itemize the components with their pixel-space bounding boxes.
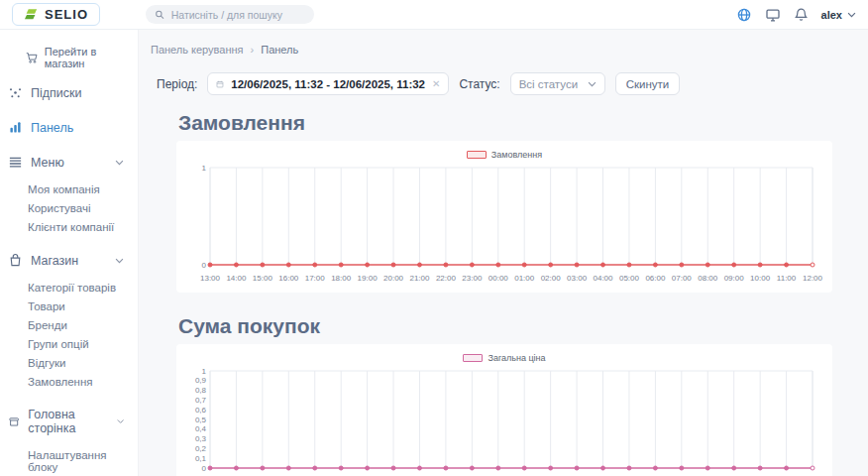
svg-text:00:00: 00:00 (488, 274, 509, 283)
svg-text:05:00: 05:00 (619, 274, 640, 283)
svg-text:01:00: 01:00 (514, 274, 535, 283)
sidebar-subitem-products[interactable]: Товари (28, 297, 138, 315)
chevron-down-icon (117, 418, 124, 424)
svg-text:0,6: 0,6 (195, 406, 207, 415)
svg-text:19:00: 19:00 (358, 274, 379, 283)
breadcrumb-current: Панель (261, 44, 298, 56)
purchases-section-title: Сума покупок (178, 314, 868, 338)
period-input[interactable]: 12/06/2025, 11:32 - 12/06/2025, 11:32 ✕ (207, 72, 449, 95)
svg-text:0,3: 0,3 (195, 434, 207, 443)
svg-text:12:00: 12:00 (803, 274, 823, 283)
legend-swatch (467, 151, 487, 159)
purchases-chart-card: Загальна ціна 13:0014:0015:0016:0017:001… (176, 344, 832, 476)
orders-chart-svg: 13:0014:0015:0016:0017:0018:0019:0020:00… (184, 162, 824, 287)
sidebar-subitem-users[interactable]: Користувачі (28, 198, 138, 217)
sidebar-item-label: Підписки (31, 86, 82, 100)
svg-text:0,8: 0,8 (195, 386, 207, 395)
chevron-down-icon (847, 12, 856, 18)
orders-chart-card: Замовлення 13:0014:0015:0016:0017:0018:0… (176, 141, 832, 293)
svg-text:06:00: 06:00 (645, 274, 666, 283)
homepage-sublist: Налаштування блоку Банери Сторінки Новин… (0, 445, 138, 476)
shopping-bag-icon (8, 253, 23, 268)
svg-text:08:00: 08:00 (698, 274, 718, 283)
orders-section-title: Замовлення (178, 111, 868, 135)
svg-text:15:00: 15:00 (253, 274, 273, 283)
clear-period-icon[interactable]: ✕ (432, 78, 440, 89)
sidebar-subitem-product-categories[interactable]: Категорії товарів (28, 278, 138, 297)
status-label: Статус: (459, 77, 499, 91)
sidebar-item-subscriptions[interactable]: Підписки (0, 75, 138, 110)
svg-text:20:00: 20:00 (383, 274, 404, 283)
svg-text:0,2: 0,2 (195, 444, 207, 453)
svg-text:07:00: 07:00 (672, 274, 693, 283)
sidebar-subitem-block-settings[interactable]: Налаштування блоку (28, 445, 138, 476)
search-icon (155, 9, 165, 21)
sidebar: Перейти в магазин Підписки Панель Меню М… (0, 30, 139, 476)
sidebar-subitem-orders[interactable]: Замовлення (28, 372, 138, 391)
svg-text:0,4: 0,4 (195, 424, 207, 433)
legend-swatch (463, 354, 483, 362)
homepage-icon (8, 415, 20, 429)
svg-text:04:00: 04:00 (594, 274, 614, 283)
menu-icon (8, 155, 23, 170)
selio-logo-icon (24, 7, 39, 22)
monitor-icon[interactable] (765, 7, 781, 23)
legend-label: Загальна ціна (488, 353, 545, 363)
sidebar-subitem-reviews[interactable]: Відгуки (28, 353, 138, 372)
status-value: Всі статуси (519, 78, 578, 90)
sidebar-item-menu[interactable]: Меню (0, 145, 138, 179)
sidebar-store-link[interactable]: Перейти в магазин (0, 36, 138, 75)
svg-text:11:00: 11:00 (777, 274, 797, 283)
svg-text:21:00: 21:00 (409, 274, 430, 283)
breadcrumb-home[interactable]: Панель керування (151, 44, 244, 56)
sidebar-subitem-option-groups[interactable]: Групи опцій (28, 334, 138, 353)
svg-text:23:00: 23:00 (462, 274, 483, 283)
svg-text:18:00: 18:00 (331, 274, 352, 283)
sidebar-subitem-brands[interactable]: Бренди (28, 315, 138, 334)
svg-text:10:00: 10:00 (750, 274, 771, 283)
orders-chart: Замовлення 13:0014:0015:0016:0017:0018:0… (184, 147, 824, 287)
cart-icon (26, 52, 39, 64)
subscriptions-icon (8, 85, 23, 100)
sidebar-subitem-company-clients[interactable]: Клієнти компанії (28, 217, 138, 236)
chevron-down-icon (588, 81, 597, 87)
svg-text:02:00: 02:00 (541, 274, 562, 283)
search-input[interactable] (171, 9, 305, 21)
legend-label: Замовлення (491, 150, 542, 160)
svg-text:17:00: 17:00 (305, 274, 326, 283)
filter-row: Період: 12/06/2025, 11:32 - 12/06/2025, … (157, 72, 868, 95)
purchases-chart-svg: 13:0014:0015:0016:0017:0018:0019:0020:00… (184, 365, 824, 476)
logo[interactable]: SELIO (12, 3, 100, 26)
status-select[interactable]: Всі статуси (510, 72, 605, 95)
user-menu[interactable]: alex (821, 9, 856, 21)
period-value: 12/06/2025, 11:32 - 12/06/2025, 11:32 (231, 78, 425, 90)
svg-text:0,5: 0,5 (195, 416, 207, 424)
svg-text:0,7: 0,7 (195, 396, 207, 405)
sidebar-item-label: Панель (31, 121, 73, 135)
svg-text:09:00: 09:00 (724, 274, 745, 283)
main-content: Панель керування › Панель Період: 12/06/… (139, 30, 868, 476)
reset-button[interactable]: Скинути (615, 72, 681, 95)
search-bar[interactable] (146, 5, 314, 24)
svg-text:13:00: 13:00 (200, 274, 221, 283)
notifications-bell-icon[interactable] (794, 7, 809, 22)
orders-chart-legend: Замовлення (184, 147, 824, 162)
sidebar-item-label: Головна сторінка (28, 408, 108, 435)
purchases-chart: Загальна ціна 13:0014:0015:0016:0017:001… (184, 350, 824, 476)
chevron-down-icon (115, 160, 124, 166)
svg-text:0: 0 (202, 261, 207, 270)
sidebar-item-label: Магазин (31, 254, 78, 268)
svg-text:14:00: 14:00 (226, 274, 247, 283)
dashboard-icon (8, 120, 23, 135)
sidebar-item-label: Меню (31, 156, 64, 170)
sidebar-item-shop[interactable]: Магазин (0, 243, 138, 278)
language-globe-icon[interactable] (736, 7, 752, 23)
sidebar-subitem-my-company[interactable]: Моя компанія (28, 179, 138, 198)
shop-sublist: Категорії товарів Товари Бренди Групи оп… (0, 278, 138, 398)
svg-text:0,1: 0,1 (195, 454, 207, 463)
sidebar-item-dashboard[interactable]: Панель (0, 110, 138, 145)
calendar-icon (216, 78, 224, 90)
svg-text:03:00: 03:00 (567, 274, 588, 283)
svg-text:0,9: 0,9 (195, 376, 207, 385)
sidebar-item-homepage[interactable]: Головна сторінка (0, 398, 138, 445)
